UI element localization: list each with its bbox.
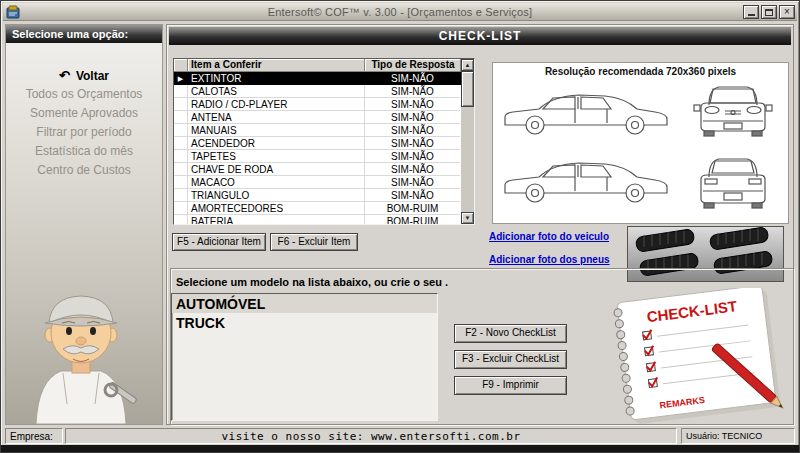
sidebar-header: Selecione uma opção: [6, 25, 162, 43]
maximize-button[interactable] [761, 5, 777, 19]
cell-resposta: SIM-NÃO [365, 150, 460, 163]
cell-item: BATERIA [188, 215, 365, 225]
table-body: ▶ EXTINTOR SIM-NÃO CALOTAS SIM-NÃO RADIO… [174, 72, 461, 224]
table-row[interactable]: CALOTAS SIM-NÃO [174, 85, 461, 98]
checklist-items-table: Item a Conferir Tipo de Resposta ▶ EXTIN… [173, 58, 475, 225]
print-button[interactable]: F9 - Imprimir [454, 376, 567, 395]
table-row[interactable]: TRIANGULO SIM-NÃO [174, 189, 461, 202]
column-item-a-conferir: Item a Conferir [188, 59, 365, 72]
sidebar-item-filtrar-periodo[interactable]: Filtrar por período [6, 123, 162, 142]
resolution-note: Resolução recomendada 720x360 pixels [493, 66, 788, 77]
cell-item: MANUAIS [188, 124, 365, 137]
remove-item-button[interactable]: F6 - Excluir Item [270, 233, 358, 251]
sidebar-item-somente-aprovados[interactable]: Somente Aprovados [6, 104, 162, 123]
models-label: Selecione um modelo na lista abaixo, ou … [176, 276, 448, 288]
minimize-icon [748, 14, 755, 16]
table-row[interactable]: BATERIA BOM-RUIM [174, 215, 461, 225]
cell-resposta: SIM-NÃO [365, 85, 460, 98]
sidebar-item-centro-custos[interactable]: Centro de Custos [6, 161, 162, 180]
sidebar: Selecione uma opção: ↶Voltar Todos os Or… [5, 24, 163, 425]
close-button[interactable]: × [779, 5, 795, 19]
table-row[interactable]: ▶ EXTINTOR SIM-NÃO [174, 72, 461, 85]
company-status-field: Empresa: [5, 428, 63, 444]
website-status-text: visite o nosso site: www.entersofti.com.… [65, 428, 677, 444]
vehicle-photo-panel: Resolução recomendada 720x360 pixels [492, 62, 789, 224]
add-item-button[interactable]: F5 - Adicionar Item [172, 233, 266, 251]
add-tire-photos-link[interactable]: Adicionar foto dos pneus [489, 254, 610, 265]
table-row[interactable]: TAPETES SIM-NÃO [174, 150, 461, 163]
cell-item: TAPETES [188, 150, 365, 163]
main-panel: CHECK-LIST Item a Conferir Tipo de Respo… [166, 24, 794, 425]
list-item-automovel[interactable]: AUTOMÓVEL [172, 294, 437, 313]
cell-resposta: SIM-NÃO [365, 176, 460, 189]
cell-item: TRIANGULO [188, 189, 365, 202]
cell-resposta: SIM-NÃO [365, 72, 460, 85]
selector-column-header [174, 59, 188, 72]
status-bar: Empresa: visite o nosso site: www.enters… [3, 427, 797, 445]
cell-resposta: SIM-NÃO [365, 189, 460, 202]
list-item-truck[interactable]: TRUCK [172, 313, 437, 332]
back-arrow-icon: ↶ [59, 68, 70, 83]
cell-resposta: SIM-NÃO [365, 163, 460, 176]
row-pointer-icon: ▶ [174, 72, 188, 85]
add-vehicle-photo-link[interactable]: Adicionar foto do veiculo [489, 231, 609, 242]
title-bar[interactable]: Entersoft© COF™ v. 3.00 - [Orçamentos e … [3, 3, 797, 21]
cell-item: RADIO / CD-PLAYER [188, 98, 365, 111]
mechanic-mascot-image [16, 282, 146, 424]
scroll-up-icon[interactable]: ▲ [461, 59, 474, 71]
table-row[interactable]: ACENDEDOR SIM-NÃO [174, 137, 461, 150]
close-icon: × [784, 6, 790, 18]
table-row[interactable]: MACACO SIM-NÃO [174, 176, 461, 189]
maximize-icon [765, 9, 773, 16]
sidebar-item-todos-orcamentos[interactable]: Todos os Orçamentos [6, 85, 162, 104]
cell-resposta: BOM-RUIM [365, 202, 460, 215]
table-row[interactable]: MANUAIS SIM-NÃO [174, 124, 461, 137]
new-checklist-button[interactable]: F2 - Novo CheckList [454, 324, 567, 343]
page-title: CHECK-LIST [169, 27, 791, 45]
table-row[interactable]: AMORTECEDORES BOM-RUIM [174, 202, 461, 215]
cell-resposta: SIM-NÃO [365, 137, 460, 150]
cell-item: AMORTECEDORES [188, 202, 365, 215]
cell-resposta: SIM-NÃO [365, 98, 460, 111]
table-row[interactable]: CHAVE DE RODA SIM-NÃO [174, 163, 461, 176]
vehicle-outline-drawings [493, 79, 788, 223]
table-header: Item a Conferir Tipo de Resposta [174, 59, 461, 72]
minimize-button[interactable] [743, 5, 759, 19]
checklist-models-list[interactable]: AUTOMÓVEL TRUCK [171, 293, 438, 421]
cell-item: CALOTAS [188, 85, 365, 98]
delete-checklist-button[interactable]: F3 - Excluir CheckList [454, 350, 567, 369]
scroll-down-icon[interactable]: ▼ [461, 212, 474, 224]
cell-item: ANTENA [188, 111, 365, 124]
cell-resposta: SIM-NÃO [365, 124, 460, 137]
table-scrollbar[interactable]: ▲ ▼ [461, 59, 474, 224]
checklist-notebook-image: CHECK-LIST REMARKS [594, 288, 792, 426]
cell-item: EXTINTOR [188, 72, 365, 85]
cell-resposta: BOM-RUIM [365, 215, 460, 225]
app-window: Entersoft© COF™ v. 3.00 - [Orçamentos e … [0, 0, 800, 453]
sidebar-item-voltar[interactable]: ↶Voltar [6, 66, 162, 85]
column-tipo-resposta: Tipo de Resposta [365, 59, 461, 72]
user-status-field: Usuário: TECNICO [681, 428, 795, 444]
table-row[interactable]: ANTENA SIM-NÃO [174, 111, 461, 124]
window-title: Entersoft© COF™ v. 3.00 - [Orçamentos e … [3, 6, 797, 18]
cell-item: ACENDEDOR [188, 137, 365, 150]
sidebar-item-estatistica-mes[interactable]: Estatística do mês [6, 142, 162, 161]
window-bottom-edge [1, 445, 799, 452]
cell-resposta: SIM-NÃO [365, 111, 460, 124]
cell-item: CHAVE DE RODA [188, 163, 365, 176]
cell-item: MACACO [188, 176, 365, 189]
table-row[interactable]: RADIO / CD-PLAYER SIM-NÃO [174, 98, 461, 111]
scrollbar-thumb[interactable] [461, 71, 474, 107]
